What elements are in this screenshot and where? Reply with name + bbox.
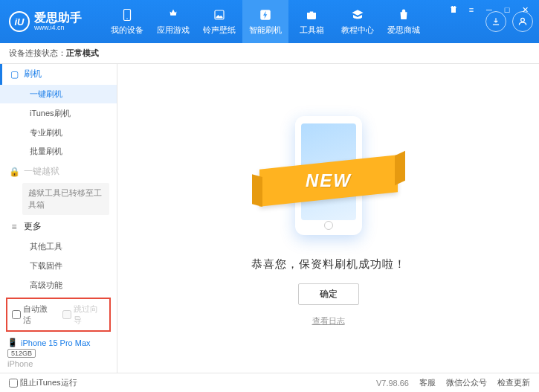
maximize-button[interactable]: □ bbox=[499, 3, 515, 16]
monitor-icon: ▢ bbox=[9, 69, 19, 80]
ok-button[interactable]: 确定 bbox=[298, 283, 359, 305]
status-value: 正常模式 bbox=[66, 48, 99, 59]
phone-icon: 📱 bbox=[7, 338, 18, 347]
success-illustration: NEW bbox=[265, 110, 392, 244]
main-content: NEW 恭喜您，保资料刷机成功啦！ 确定 查看日志 bbox=[117, 64, 539, 373]
sidebar-item-advanced[interactable]: 高级功能 bbox=[0, 275, 117, 295]
brand-url: www.i4.cn bbox=[34, 24, 82, 31]
skip-setup-checkbox[interactable]: 跳过向导 bbox=[62, 303, 106, 326]
toolbox-icon bbox=[304, 7, 319, 22]
flash-icon bbox=[258, 7, 273, 22]
storage-badge: 512GB bbox=[7, 349, 36, 358]
brand-name: 爱思助手 bbox=[34, 12, 82, 24]
device-icon bbox=[120, 7, 135, 22]
nav-store[interactable]: 爱思商城 bbox=[381, 0, 427, 43]
device-name[interactable]: 📱 iPhone 15 Pro Max bbox=[7, 338, 109, 347]
view-log-link[interactable]: 查看日志 bbox=[312, 315, 345, 327]
logo-icon: iU bbox=[9, 11, 30, 32]
sidebar-item-download[interactable]: 下载固件 bbox=[0, 256, 117, 275]
svg-point-4 bbox=[521, 18, 525, 22]
lock-icon: 🔒 bbox=[9, 167, 19, 177]
top-nav: 我的设备 应用游戏 铃声壁纸 智能刷机 工具箱 教程中心 爱思商城 bbox=[104, 0, 427, 43]
minimize-button[interactable]: ─ bbox=[481, 3, 497, 16]
block-itunes-checkbox[interactable]: 阻止iTunes运行 bbox=[9, 377, 77, 388]
sidebar-group-jailbreak: 🔒 一键越狱 bbox=[0, 161, 117, 182]
close-button[interactable]: ✕ bbox=[517, 3, 533, 16]
device-os: iPhone bbox=[7, 359, 109, 368]
device-info: 📱 iPhone 15 Pro Max 512GB iPhone bbox=[0, 335, 117, 373]
sidebar-group-flash[interactable]: ▢ 刷机 bbox=[0, 64, 117, 85]
footer-update[interactable]: 检查更新 bbox=[497, 377, 530, 388]
nav-device[interactable]: 我的设备 bbox=[104, 0, 150, 43]
appstore-icon bbox=[166, 7, 181, 22]
sidebar-item-batch[interactable]: 批量刷机 bbox=[0, 142, 117, 161]
new-ribbon: NEW bbox=[259, 155, 398, 207]
auto-activate-checkbox[interactable]: 自动激活 bbox=[12, 303, 55, 326]
jailbreak-note: 越狱工具已转移至工具箱 bbox=[22, 183, 109, 215]
brand-logo: iU 爱思助手 www.i4.cn bbox=[9, 11, 82, 32]
nav-apps[interactable]: 应用游戏 bbox=[150, 0, 196, 43]
titlebar: ≡ ─ □ ✕ iU 爱思助手 www.i4.cn 我的设备 应用游戏 铃声壁纸… bbox=[0, 0, 539, 43]
nav-tutorial[interactable]: 教程中心 bbox=[335, 0, 381, 43]
menu-button[interactable]: ≡ bbox=[463, 3, 480, 16]
footer-support[interactable]: 客服 bbox=[419, 377, 436, 388]
store-icon bbox=[396, 7, 411, 22]
nav-ringtone[interactable]: 铃声壁纸 bbox=[196, 0, 242, 43]
sidebar-group-more[interactable]: ≡ 更多 bbox=[0, 216, 117, 237]
footer: 阻止iTunes运行 V7.98.66 客服 微信公众号 检查更新 bbox=[0, 373, 539, 392]
sidebar-item-itunes[interactable]: iTunes刷机 bbox=[0, 103, 117, 123]
skin-button[interactable] bbox=[445, 3, 462, 16]
sidebar: ▢ 刷机 一键刷机 iTunes刷机 专业刷机 批量刷机 🔒 一键越狱 越狱工具… bbox=[0, 64, 117, 373]
success-message: 恭喜您，保资料刷机成功啦！ bbox=[251, 257, 406, 271]
checkbox-highlight-box: 自动激活 跳过向导 bbox=[6, 298, 111, 332]
version-label: V7.98.66 bbox=[376, 379, 409, 388]
footer-wechat[interactable]: 微信公众号 bbox=[446, 377, 487, 388]
sidebar-item-pro[interactable]: 专业刷机 bbox=[0, 123, 117, 142]
status-prefix: 设备连接状态： bbox=[9, 48, 66, 59]
sidebar-item-onekey[interactable]: 一键刷机 bbox=[0, 85, 117, 104]
nav-toolbox[interactable]: 工具箱 bbox=[288, 0, 335, 43]
svg-point-1 bbox=[126, 19, 128, 20]
wallpaper-icon bbox=[212, 7, 227, 22]
sidebar-item-other[interactable]: 其他工具 bbox=[0, 237, 117, 257]
nav-flash[interactable]: 智能刷机 bbox=[242, 0, 288, 43]
menu-icon: ≡ bbox=[9, 222, 19, 232]
tutorial-icon bbox=[350, 7, 365, 22]
status-bar: 设备连接状态： 正常模式 bbox=[0, 43, 539, 64]
